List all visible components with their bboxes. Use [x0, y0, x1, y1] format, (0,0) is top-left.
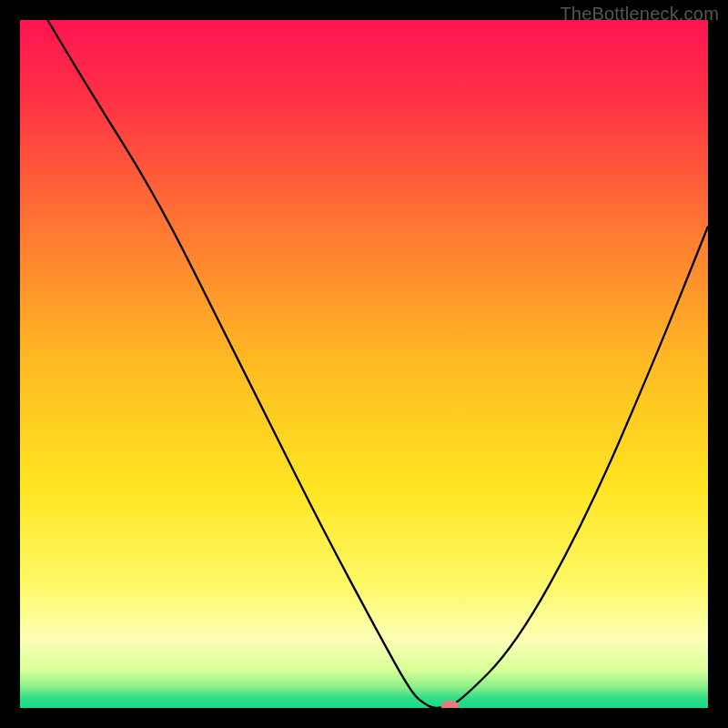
chart-area [20, 20, 708, 708]
bottleneck-chart [20, 20, 708, 708]
watermark-text: TheBottleneck.com [560, 4, 719, 25]
